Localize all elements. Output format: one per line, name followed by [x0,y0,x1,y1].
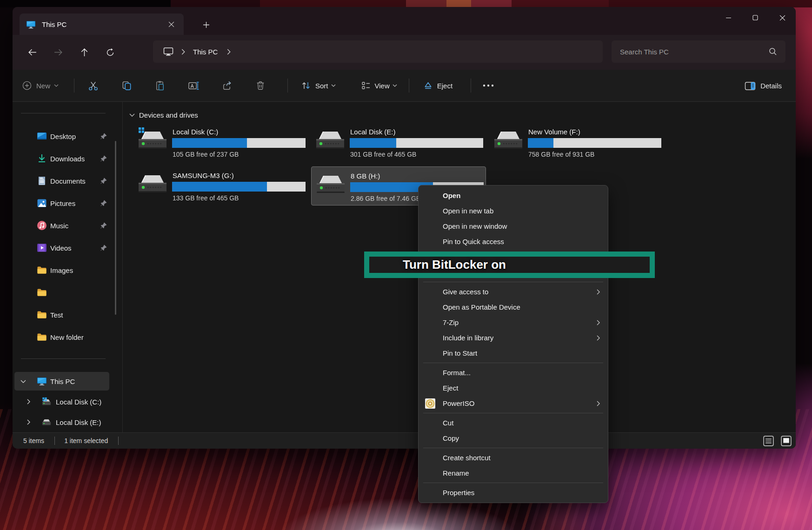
chevron-down-icon[interactable] [20,380,26,383]
sidebar-tree-this-pc[interactable]: This PC [13,371,122,391]
menu-item-cut[interactable]: Cut [419,415,608,431]
menu-item-open-as-portable-device[interactable]: Open as Portable Device [419,299,608,315]
cut-button[interactable] [84,76,102,95]
sidebar-tree-local-disk-e-[interactable]: Local Disk (E:) [13,412,122,432]
sidebar-item-images[interactable]: Images [13,259,122,281]
menu-item-open-in-new-window[interactable]: Open in new window [419,219,608,234]
tab-this-pc[interactable]: This PC [20,13,184,35]
section-devices-and-drives[interactable]: Devices and drives [129,111,198,119]
pin-icon [100,199,108,207]
window-controls [715,7,796,28]
eject-icon [423,81,433,91]
drive-samsung-m3-g-[interactable]: SAMSUNG-M3 (G:)133 GB free of 465 GB [133,166,308,205]
chevron-down-icon[interactable] [129,113,135,117]
menu-item-copy[interactable]: Copy [419,431,608,446]
sidebar-tree-local-disk-c-[interactable]: Local Disk (C:) [13,391,122,412]
menu-item-include-in-library[interactable]: Include in library [419,330,608,345]
copy-button[interactable] [117,76,136,95]
drive-local-disk-e-[interactable]: Local Disk (E:)301 GB free of 465 GB [311,123,486,162]
view-button[interactable]: View [361,81,397,90]
poweriso-icon [425,398,436,409]
folder-icon [37,332,47,342]
menu-item-open-in-new-tab[interactable]: Open in new tab [419,203,608,219]
drive-new-volume-f-[interactable]: New Volume (F:)758 GB free of 931 GB [489,123,664,162]
minimize-button[interactable] [715,7,742,28]
chevron-down-icon [331,84,336,87]
chevron-right-icon[interactable] [27,419,30,425]
maximize-button[interactable] [742,7,769,28]
share-button[interactable] [218,76,236,95]
eject-button[interactable]: Eject [423,81,455,91]
back-button[interactable] [23,43,41,62]
chevron-down-icon [393,84,397,87]
delete-button[interactable] [251,76,270,95]
sidebar-item-pictures[interactable]: Pictures [13,192,122,214]
details-view-toggle[interactable] [763,435,774,447]
sidebar-item-videos[interactable]: Videos [13,237,122,259]
breadcrumb-chevron-icon[interactable] [227,49,231,55]
menu-item-pin-to-start[interactable]: Pin to Start [419,345,608,361]
sidebar-item-test[interactable]: Test [13,304,122,326]
more-dots-icon [483,84,494,87]
drive-windows-icon [41,397,52,407]
breadcrumb-path[interactable]: This PC [193,48,218,56]
this-pc-icon [26,20,36,29]
monitor-icon [37,376,47,386]
tab-title: This PC [42,20,164,28]
breadcrumb-chevron-icon [181,49,185,55]
menu-item-eject[interactable]: Eject [419,380,608,396]
capacity-bar [350,138,483,148]
folder-icon [37,265,47,275]
trash-icon [255,80,266,91]
sidebar-item-music[interactable]: Music [13,214,122,237]
refresh-button[interactable] [101,43,120,62]
menu-item-7-zip[interactable]: 7-Zip [419,315,608,330]
up-button[interactable] [75,43,93,62]
this-pc-breadcrumb-icon [163,47,173,56]
chevron-right-icon[interactable] [27,399,30,404]
menu-item-create-shortcut[interactable]: Create shortcut [419,450,608,465]
sidebar-item-new-folder[interactable]: New folder [13,326,122,348]
search-placeholder: Search This PC [620,48,769,56]
new-button[interactable]: New [22,81,59,90]
status-divider [118,437,119,445]
drive-icon [137,171,168,201]
downloads-icon [37,153,47,164]
paste-button[interactable] [151,76,169,95]
search-icon[interactable] [769,47,777,56]
sidebar-item-downloads[interactable]: Downloads [13,147,122,170]
new-tab-button[interactable] [199,17,213,32]
capacity-bar [172,182,306,192]
drive-icon [315,171,346,202]
menu-item-give-access-to[interactable]: Give access to [419,284,608,299]
menu-item-properties[interactable]: Properties [419,485,608,500]
sidebar-item-folder[interactable] [13,281,122,304]
desktop-icon [37,131,47,141]
sidebar: DesktopDownloadsDocumentsPicturesMusicVi… [13,102,123,432]
breadcrumb[interactable]: This PC [153,40,603,63]
sidebar-item-documents[interactable]: Documents [13,170,122,192]
close-button[interactable] [769,7,796,28]
rename-button[interactable]: A [184,76,203,95]
drive-local-disk-c-[interactable]: Local Disk (C:)105 GB free of 237 GB [133,123,308,162]
sort-button[interactable]: Sort [301,81,336,90]
forward-button[interactable] [49,43,67,62]
search-box[interactable]: Search This PC [612,40,785,63]
menu-item-rename[interactable]: Rename [419,465,608,481]
menu-item-format-[interactable]: Format... [419,365,608,380]
sidebar-scrollbar[interactable] [115,141,116,315]
tab-close-icon[interactable] [164,17,178,31]
details-button[interactable]: Details [745,70,782,102]
menu-item-pin-to-quick-access[interactable]: Pin to Quick access [419,234,608,249]
submenu-arrow-icon [597,401,600,406]
more-options-button[interactable] [479,76,498,95]
selected-count: 1 item selected [64,437,108,444]
drive-icon [41,417,52,427]
sidebar-item-desktop[interactable]: Desktop [13,125,122,147]
items-count: 5 items [23,437,44,444]
large-icons-view-toggle[interactable] [780,435,792,447]
bitlocker-annotation[interactable]: Turn BitLocker on [364,252,655,278]
menu-item-open[interactable]: Open [419,188,608,203]
menu-item-poweriso[interactable]: PowerISO [419,396,608,411]
submenu-arrow-icon [597,320,600,325]
